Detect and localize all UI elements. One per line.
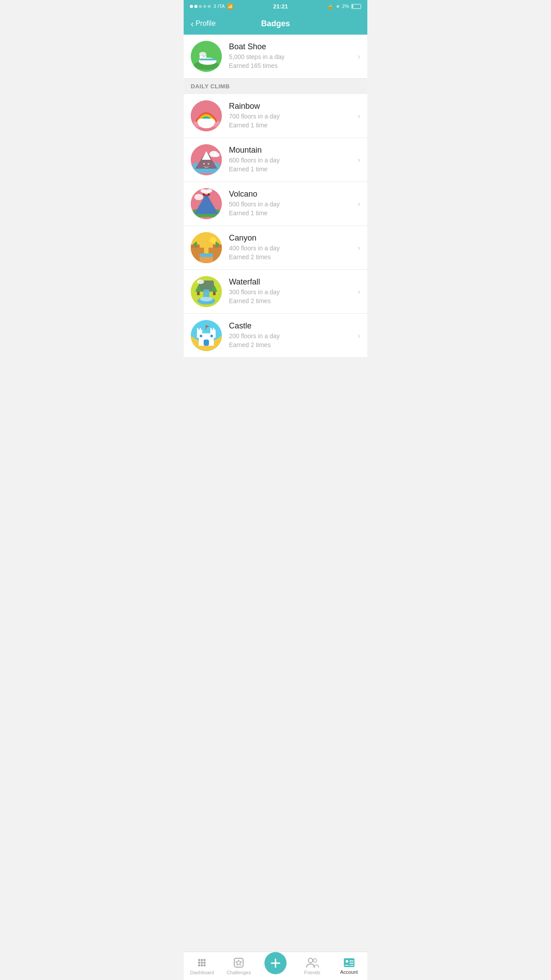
dot3 <box>199 5 202 8</box>
svg-point-55 <box>197 280 204 284</box>
dot5 <box>208 5 211 8</box>
waterfall-svg <box>191 276 222 307</box>
time-display: 21:21 <box>273 3 288 10</box>
chevron-right-icon-mountain: › <box>358 155 360 165</box>
battery-body <box>351 4 361 9</box>
rainbow-svg <box>191 100 222 131</box>
page-title: Badges <box>261 19 290 28</box>
badge-icon-rainbow <box>191 100 222 131</box>
dot4 <box>203 5 206 8</box>
svg-point-19 <box>213 153 220 157</box>
svg-point-24 <box>194 194 203 200</box>
badge-info-rainbow: Rainbow 700 floors in a dayEarned 1 time <box>229 102 358 130</box>
badge-name-waterfall: Waterfall <box>229 277 358 287</box>
svg-rect-64 <box>204 340 209 346</box>
badge-row-boat-shoe[interactable]: Boat Shoe 5,000 steps in a dayEarned 165… <box>184 35 367 79</box>
svg-rect-63 <box>213 328 214 330</box>
wifi-icon: 📶 <box>227 4 233 9</box>
badge-info-boat-shoe: Boat Shoe 5,000 steps in a dayEarned 165… <box>229 42 358 70</box>
badge-desc-waterfall: 300 floors in a dayEarned 2 times <box>229 288 358 305</box>
status-left: 3 ITA 📶 <box>190 4 233 9</box>
dot1 <box>190 5 193 8</box>
badge-desc-rainbow: 700 floors in a dayEarned 1 time <box>229 112 358 130</box>
svg-point-13 <box>206 119 215 126</box>
section-header-daily-climb: DAILY CLIMB <box>184 79 367 94</box>
badge-name-castle: Castle <box>229 321 358 331</box>
nav-bar: ‹ Profile Badges <box>184 12 367 35</box>
svg-point-20 <box>203 163 205 165</box>
badge-row-waterfall[interactable]: Waterfall 300 floors in a dayEarned 2 ti… <box>184 270 367 314</box>
carrier-label: 3 ITA <box>213 4 224 9</box>
bluetooth-icon: ∗ <box>336 4 340 9</box>
svg-rect-38 <box>200 257 213 263</box>
badge-info-waterfall: Waterfall 300 floors in a dayEarned 2 ti… <box>229 277 358 305</box>
svg-rect-52 <box>197 292 200 295</box>
svg-rect-62 <box>210 328 212 330</box>
badge-desc-castle: 200 floors in a dayEarned 2 times <box>229 332 358 349</box>
chevron-right-icon-boat-shoe: › <box>358 52 360 61</box>
svg-point-31 <box>207 189 212 193</box>
mountain-svg <box>191 144 222 175</box>
svg-point-65 <box>200 335 202 337</box>
chevron-right-icon-rainbow: › <box>358 111 360 121</box>
badge-icon-castle <box>191 320 222 351</box>
svg-rect-42 <box>216 242 217 247</box>
badge-icon-boat-shoe <box>191 41 222 72</box>
chevron-right-icon-castle: › <box>358 331 360 340</box>
boat-shoe-svg <box>191 41 222 72</box>
battery-icon <box>351 4 361 9</box>
canyon-svg <box>191 232 222 263</box>
badge-row-canyon[interactable]: Canyon 400 floors in a dayEarned 2 times… <box>184 226 367 270</box>
badge-row-rainbow[interactable]: Rainbow 700 floors in a dayEarned 1 time… <box>184 94 367 138</box>
svg-point-44 <box>210 237 216 243</box>
volcano-svg <box>191 188 222 219</box>
chevron-right-icon-waterfall: › <box>358 287 360 296</box>
svg-rect-43 <box>217 243 219 245</box>
badge-name-rainbow: Rainbow <box>229 102 358 111</box>
badge-desc-volcano: 500 floors in a dayEarned 1 time <box>229 200 358 217</box>
svg-rect-40 <box>195 242 197 247</box>
battery-fill <box>352 5 353 8</box>
back-label: Profile <box>196 20 216 28</box>
badge-name-canyon: Canyon <box>229 233 358 243</box>
badge-row-volcano[interactable]: Volcano 500 floors in a dayEarned 1 time… <box>184 182 367 226</box>
badge-info-mountain: Mountain 600 floors in a dayEarned 1 tim… <box>229 146 358 174</box>
badge-info-canyon: Canyon 400 floors in a dayEarned 2 times <box>229 233 358 261</box>
status-bar: 3 ITA 📶 21:21 🔒 ∗ 2% <box>184 0 367 12</box>
dot2 <box>194 5 197 8</box>
svg-point-50 <box>200 297 213 301</box>
badge-desc-mountain: 600 floors in a dayEarned 1 time <box>229 156 358 174</box>
castle-svg <box>191 320 222 351</box>
signal-dots <box>190 5 211 8</box>
badge-icon-volcano <box>191 188 222 219</box>
badge-name-volcano: Volcano <box>229 190 358 199</box>
svg-point-30 <box>201 189 206 193</box>
svg-point-21 <box>208 163 209 165</box>
badge-name-boat-shoe: Boat Shoe <box>229 42 358 51</box>
badge-icon-mountain <box>191 144 222 175</box>
svg-rect-5 <box>200 59 216 60</box>
svg-rect-39 <box>200 253 213 257</box>
lock-icon: 🔒 <box>327 4 334 9</box>
badge-icon-waterfall <box>191 276 222 307</box>
badge-info-volcano: Volcano 500 floors in a dayEarned 1 time <box>229 190 358 217</box>
svg-rect-60 <box>197 328 198 330</box>
chevron-left-icon: ‹ <box>191 19 194 28</box>
chevron-right-icon-canyon: › <box>358 243 360 253</box>
svg-rect-41 <box>193 243 195 245</box>
scroll-content: Boat Shoe 5,000 steps in a dayEarned 165… <box>184 35 367 389</box>
badge-row-castle[interactable]: Castle 200 floors in a dayEarned 2 times… <box>184 314 367 358</box>
battery-percent: 2% <box>342 4 349 9</box>
svg-point-66 <box>210 335 213 337</box>
svg-rect-61 <box>200 328 201 330</box>
badge-info-castle: Castle 200 floors in a dayEarned 2 times <box>229 321 358 349</box>
back-button[interactable]: ‹ Profile <box>191 19 216 28</box>
svg-rect-54 <box>213 292 216 295</box>
badge-desc-canyon: 400 floors in a dayEarned 2 times <box>229 244 358 261</box>
badge-row-mountain[interactable]: Mountain 600 floors in a dayEarned 1 tim… <box>184 138 367 182</box>
badge-desc-boat-shoe: 5,000 steps in a dayEarned 165 times <box>229 53 358 70</box>
badge-icon-canyon <box>191 232 222 263</box>
status-right: 🔒 ∗ 2% <box>327 4 361 9</box>
svg-point-12 <box>197 119 206 126</box>
svg-rect-67 <box>205 325 206 330</box>
